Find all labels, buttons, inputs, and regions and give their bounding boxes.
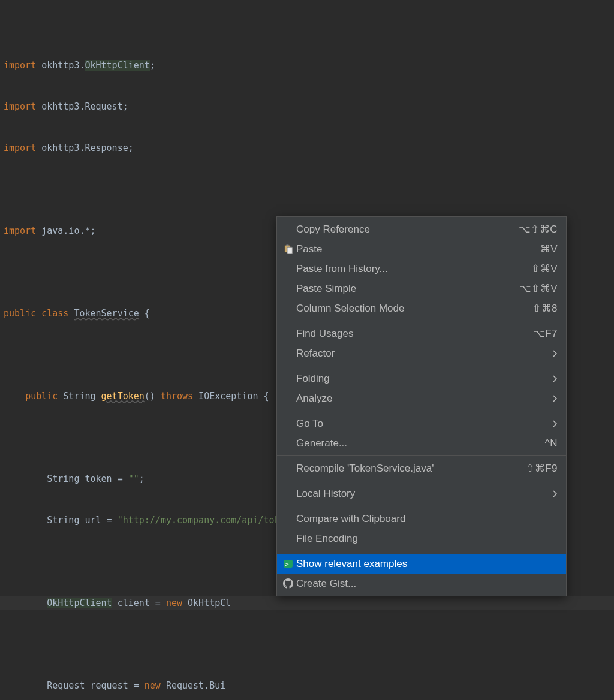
menu-separator — [277, 481, 566, 481]
menu-separator — [277, 321, 566, 321]
menu-item-shortcut: ⇧⌘8 — [532, 302, 558, 315]
menu-separator — [277, 455, 566, 456]
menu-item-folding[interactable]: Folding — [277, 369, 566, 388]
menu-item-label: Copy Reference — [295, 224, 519, 236]
menu-item-paste[interactable]: Paste⌘V — [277, 239, 566, 259]
menu-item-label: Generate... — [295, 437, 545, 449]
svg-rect-2 — [287, 247, 292, 254]
menu-item-shortcut: ⌥F7 — [533, 327, 558, 340]
classname-okhttpclient: OkHttpClient — [85, 60, 149, 71]
code-line — [0, 183, 614, 197]
code-line[interactable]: import okhttp3.OkHttpClient; — [0, 59, 614, 73]
menu-item-find-usages[interactable]: Find Usages⌥F7 — [277, 324, 566, 343]
menu-item-label: Local History — [295, 488, 553, 500]
menu-item-label: Create Gist... — [295, 578, 558, 590]
menu-item-local-history[interactable]: Local History — [277, 484, 566, 503]
menu-item-shortcut: ⌥⇧⌘V — [519, 282, 558, 295]
paste-icon — [281, 243, 295, 255]
menu-item-label: Paste — [295, 243, 540, 255]
code-line[interactable]: Request request = new Request.Bui — [0, 679, 614, 693]
menu-item-label: Folding — [295, 373, 553, 385]
menu-separator — [277, 366, 566, 366]
menu-item-recompile-tokenservice-java[interactable]: Recompile 'TokenService.java'⇧⌘F9 — [277, 458, 566, 478]
menu-item-label: Column Selection Mode — [295, 303, 532, 315]
submenu-arrow-icon — [553, 350, 558, 357]
menu-item-label: Recompile 'TokenService.java' — [295, 463, 526, 475]
menu-item-shortcut: ⌘V — [540, 243, 558, 255]
menu-item-create-gist[interactable]: Create Gist... — [277, 574, 566, 593]
menu-item-refactor[interactable]: Refactor — [277, 343, 566, 363]
submenu-arrow-icon — [553, 490, 558, 497]
menu-item-label: Paste from History... — [295, 263, 531, 275]
keyword-import: import — [4, 60, 36, 71]
submenu-arrow-icon — [553, 375, 558, 382]
menu-item-show-relevant-examples[interactable]: >_Show relevant examples — [277, 554, 566, 574]
menu-item-paste-simple[interactable]: Paste Simple⌥⇧⌘V — [277, 279, 566, 298]
class-decl-tokenservice: TokenService — [74, 308, 139, 319]
terminal-icon: >_ — [281, 558, 295, 570]
github-icon — [281, 578, 295, 590]
context-menu[interactable]: Copy Reference⌥⇧⌘CPaste⌘VPaste from Hist… — [276, 216, 567, 596]
code-line[interactable]: import okhttp3.Response; — [0, 141, 614, 155]
menu-item-shortcut: ^N — [545, 437, 558, 449]
submenu-arrow-icon — [553, 395, 558, 402]
menu-item-label: Refactor — [295, 348, 553, 360]
menu-separator — [277, 411, 566, 411]
code-line-current[interactable]: OkHttpClient client = new OkHttpCl — [0, 596, 614, 610]
menu-item-copy-reference[interactable]: Copy Reference⌥⇧⌘C — [277, 219, 566, 239]
menu-item-label: Go To — [295, 418, 553, 430]
code-line[interactable]: import okhttp3.Request; — [0, 100, 614, 114]
menu-item-paste-from-history[interactable]: Paste from History...⇧⌘V — [277, 259, 566, 279]
method-decl-gettoken: getToken — [101, 391, 145, 402]
menu-item-go-to[interactable]: Go To — [277, 414, 566, 433]
svg-rect-1 — [286, 245, 288, 246]
svg-text:>_: >_ — [285, 560, 293, 568]
submenu-arrow-icon — [553, 420, 558, 427]
menu-item-compare-with-clipboard[interactable]: Compare with Clipboard — [277, 509, 566, 529]
menu-item-label: Show relevant examples — [295, 558, 558, 570]
code-line — [0, 638, 614, 651]
menu-item-file-encoding[interactable]: File Encoding — [277, 529, 566, 548]
menu-item-label: File Encoding — [295, 533, 558, 545]
menu-item-analyze[interactable]: Analyze — [277, 388, 566, 408]
menu-separator — [277, 551, 566, 551]
menu-item-shortcut: ⌥⇧⌘C — [519, 223, 558, 236]
menu-item-column-selection-mode[interactable]: Column Selection Mode⇧⌘8 — [277, 298, 566, 318]
menu-item-shortcut: ⇧⌘V — [531, 262, 558, 275]
menu-item-label: Find Usages — [295, 328, 533, 340]
menu-item-shortcut: ⇧⌘F9 — [526, 462, 558, 475]
menu-separator — [277, 506, 566, 506]
menu-item-label: Compare with Clipboard — [295, 513, 558, 525]
menu-item-label: Analyze — [295, 393, 553, 405]
menu-item-generate[interactable]: Generate...^N — [277, 433, 566, 453]
menu-item-label: Paste Simple — [295, 283, 519, 295]
